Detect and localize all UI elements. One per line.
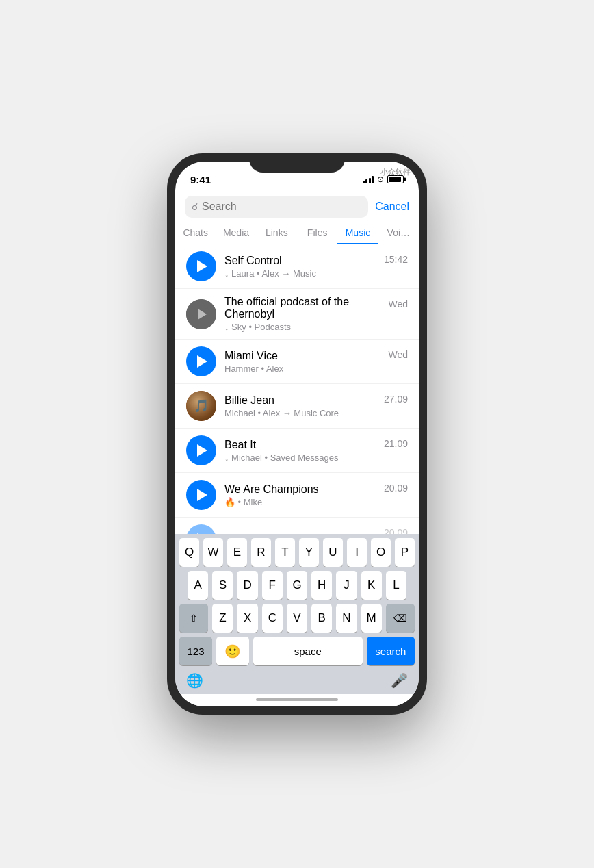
keyboard-row-1: Q W E R T Y U I O P [175,534,419,567]
music-time: Wed [388,298,408,309]
music-subtitle: ↓ Laura • Alex → Music [224,268,376,279]
music-info: The official podcast of the Chernobyl ↓ … [224,296,380,332]
music-subtitle: ↓ Michael • Saved Messages [224,452,376,463]
music-time: 21.09 [384,438,408,449]
key-z[interactable]: Z [212,604,233,633]
phone-screen: 小众软件 9:41 ⊙ ☌ Can [175,162,419,706]
list-item[interactable]: Beat It 20.09 [175,518,419,534]
key-d[interactable]: D [237,571,257,600]
key-y[interactable]: Y [299,538,319,567]
list-item[interactable]: We Are Champions 🔥 • Mike 20.09 [175,473,419,518]
avatar [186,524,216,534]
tabs-bar: Chats Media Links Files Music Voi… [175,222,419,244]
music-info: Miami Vice Hammer • Alex [224,350,380,374]
avatar [186,346,216,376]
music-title: The official podcast of the Chernobyl [224,296,380,320]
search-input[interactable] [202,201,361,213]
phone-frame: 小众软件 9:41 ⊙ ☌ Can [167,153,427,715]
list-item[interactable]: The official podcast of the Chernobyl ↓ … [175,289,419,340]
tab-links[interactable]: Links [257,222,297,244]
music-time: 20.09 [384,483,408,494]
music-time: 27.09 [384,394,408,405]
microphone-icon[interactable]: 🎤 [391,672,408,689]
key-u[interactable]: U [323,538,343,567]
notch [249,153,345,173]
key-p[interactable]: P [395,538,415,567]
home-bar [256,698,338,701]
key-n[interactable]: N [336,604,357,633]
music-list: Self Control ↓ Laura • Alex → Music 15:4… [175,244,419,534]
search-icon: ☌ [192,201,198,212]
music-title: Beat It [224,439,376,451]
music-info: Self Control ↓ Laura • Alex → Music [224,255,376,279]
search-input-wrap[interactable]: ☌ [185,196,368,218]
music-subtitle: 🔥 • Mike [224,497,376,507]
music-title: Beat It [224,533,376,534]
avatar [186,251,216,281]
music-title: Billie Jean [224,394,376,407]
key-r[interactable]: R [251,538,271,567]
music-subtitle: ↓ Sky • Podcasts [224,322,380,332]
music-title: Miami Vice [224,350,380,362]
tab-media[interactable]: Media [216,222,256,244]
key-o[interactable]: O [371,538,391,567]
keyboard-bottom-row: 🌐 🎤 [175,669,419,694]
music-info: Billie Jean Michael • Alex → Music Core [224,394,376,418]
music-title: We Are Champions [224,483,376,496]
emoji-key[interactable]: 🙂 [216,637,249,665]
music-time: Wed [388,349,408,360]
home-indicator [175,694,419,706]
key-m[interactable]: M [361,604,382,633]
key-b[interactable]: B [311,604,332,633]
music-time: 15:42 [384,254,408,265]
tab-chats[interactable]: Chats [175,222,216,244]
key-s[interactable]: S [212,571,233,600]
key-x[interactable]: X [237,604,257,633]
signal-icon [363,175,374,183]
key-g[interactable]: G [287,571,307,600]
key-e[interactable]: E [227,538,247,567]
status-time: 9:41 [190,174,211,186]
key-h[interactable]: H [311,571,332,600]
key-l[interactable]: L [386,571,406,600]
music-time: 20.09 [384,527,408,534]
key-i[interactable]: I [347,538,367,567]
key-a[interactable]: A [188,571,208,600]
search-key[interactable]: search [367,637,415,665]
list-item[interactable]: Miami Vice Hammer • Alex Wed [175,340,419,384]
keyboard-row-3: ⇧ Z X C V B N M ⌫ [175,600,419,633]
space-key[interactable]: space [253,637,363,665]
key-w[interactable]: W [203,538,223,567]
music-subtitle: Michael • Alex → Music Core [224,408,376,418]
key-c[interactable]: C [262,604,283,633]
search-bar: ☌ Cancel [175,192,419,222]
keyboard-row-4: 123 🙂 space search [175,633,419,669]
key-t[interactable]: T [275,538,295,567]
list-item[interactable]: 🎵 Billie Jean Michael • Alex → Music Cor… [175,384,419,429]
music-info: We Are Champions 🔥 • Mike [224,483,376,507]
list-item[interactable]: Beat It ↓ Michael • Saved Messages 21.09 [175,429,419,473]
avatar [186,435,216,465]
avatar [186,480,216,510]
list-item[interactable]: Self Control ↓ Laura • Alex → Music 15:4… [175,244,419,289]
cancel-button[interactable]: Cancel [375,201,409,213]
key-f[interactable]: F [262,571,283,600]
keyboard: Q W E R T Y U I O P A S D F G H J K [175,534,419,694]
key-q[interactable]: Q [179,538,199,567]
keyboard-row-2: A S D F G H J K L [175,567,419,600]
music-subtitle: Hammer • Alex [224,363,380,374]
tab-voice[interactable]: Voi… [378,222,419,244]
avatar: 🎵 [186,391,216,421]
key-j[interactable]: J [336,571,357,600]
delete-key[interactable]: ⌫ [386,604,415,633]
tab-music[interactable]: Music [337,222,378,244]
globe-icon[interactable]: 🌐 [186,672,203,689]
shift-key[interactable]: ⇧ [179,604,208,633]
avatar [186,299,216,329]
music-info: Beat It ↓ Michael • Saved Messages [224,439,376,463]
numbers-key[interactable]: 123 [179,637,212,665]
tab-files[interactable]: Files [297,222,337,244]
key-v[interactable]: V [287,604,307,633]
music-title: Self Control [224,255,376,267]
key-k[interactable]: K [361,571,382,600]
